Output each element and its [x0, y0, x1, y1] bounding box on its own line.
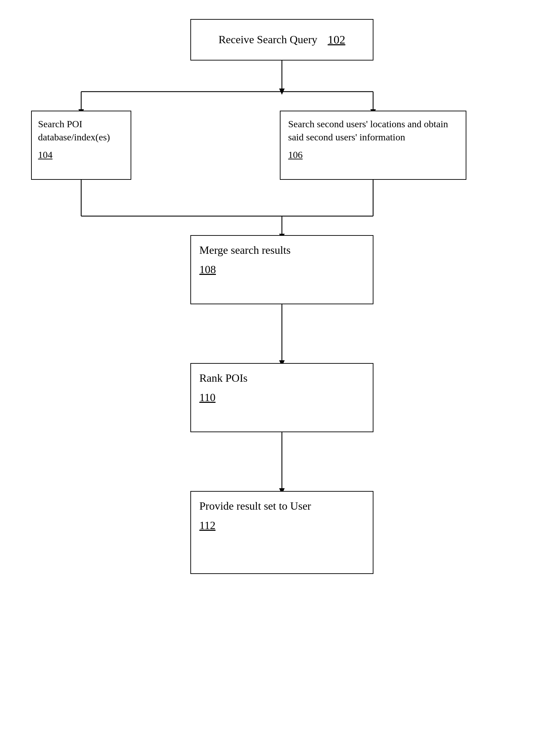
provide-result-box: Provide result set to User 112: [190, 491, 373, 574]
search-users-number: 106: [288, 149, 458, 160]
search-poi-box: Search POI database/index(es) 104: [31, 111, 131, 180]
provide-result-number: 112: [199, 519, 364, 532]
merge-results-label: Merge search results: [199, 243, 364, 258]
rank-pois-box: Rank POIs 110: [190, 363, 373, 432]
flowchart-diagram: Receive Search Query 102 Search POI data…: [0, 0, 560, 751]
rank-pois-number: 110: [199, 391, 364, 404]
search-poi-label: Search POI database/index(es): [38, 118, 124, 144]
search-poi-number: 104: [38, 149, 124, 160]
receive-query-number: 102: [328, 33, 345, 46]
search-users-box: Search second users' locations and obtai…: [280, 111, 466, 180]
provide-result-label: Provide result set to User: [199, 499, 364, 513]
receive-query-label: Receive Search Query: [218, 32, 317, 47]
merge-results-number: 108: [199, 263, 364, 276]
search-users-label: Search second users' locations and obtai…: [288, 118, 458, 144]
svg-marker-1: [279, 89, 285, 95]
merge-results-box: Merge search results 108: [190, 235, 373, 304]
rank-pois-label: Rank POIs: [199, 371, 364, 386]
receive-search-query-box: Receive Search Query 102: [190, 19, 373, 61]
